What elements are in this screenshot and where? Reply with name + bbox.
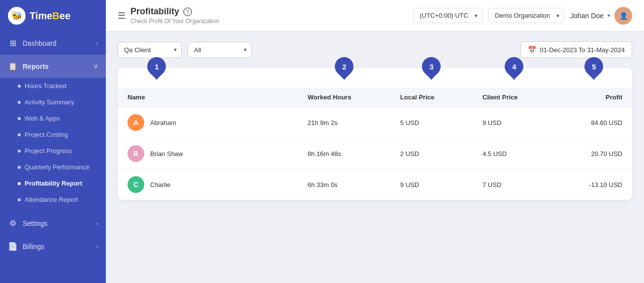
chevron-right-icon: ›: [96, 243, 98, 250]
member-avatar-brian-shaw: B: [128, 145, 144, 162]
sidebar-item-dashboard[interactable]: ⊞ Dashboard ›: [0, 31, 106, 55]
sidebar-navigation: ⊞ Dashboard › 📋 Reports ∨ Hours Tracked …: [0, 31, 106, 283]
dot-icon: [18, 117, 21, 120]
main-content: ☰ Profitability ? Check Profit Of Your O…: [106, 0, 644, 283]
logo[interactable]: 🐝 TimeBee: [0, 0, 106, 31]
org-dropdown-wrapper: Demo Organization: [488, 8, 564, 23]
sidebar-item-billings[interactable]: 📄 Billings ›: [0, 235, 106, 258]
client-filter[interactable]: Qa Client: [118, 42, 182, 58]
sidebar-item-web-apps[interactable]: Web & Apps: [0, 110, 106, 126]
sub-label-activity-summary: Activity Summary: [25, 98, 74, 106]
timezone-dropdown[interactable]: (UTC+0:00) UTC: [413, 8, 483, 23]
col-header-profit: Profit: [555, 88, 632, 107]
topbar: ☰ Profitability ? Check Profit Of Your O…: [106, 0, 644, 31]
type-filter[interactable]: All: [188, 42, 252, 58]
logo-text: TimeBee: [30, 10, 70, 22]
cell-name-charlie: C Charlie: [118, 169, 298, 200]
help-icon[interactable]: ?: [183, 7, 192, 16]
cell-local-price-abraham: 5 USD: [390, 107, 473, 138]
step-4-num: 4: [512, 63, 515, 71]
sidebar-item-project-costing[interactable]: Project Costing: [0, 126, 106, 143]
dot-icon: [18, 101, 21, 104]
step-4: 4: [505, 57, 523, 80]
sub-label-project-costing: Project Costing: [25, 131, 68, 138]
sidebar-label-reports: Reports: [23, 63, 49, 70]
cell-local-price-brian-shaw: 2 USD: [390, 138, 473, 169]
sidebar-label-billings: Billings: [23, 243, 44, 251]
content-area: Qa Client All 📅 01-Dec-2023 To 31-May-20…: [106, 31, 644, 283]
page-title-block: Profitability ? Check Profit Of Your Org…: [130, 6, 219, 25]
page-title: Profitability ?: [130, 6, 219, 17]
billings-icon: 📄: [8, 242, 18, 251]
date-range-picker[interactable]: 📅 01-Dec-2023 To 31-May-2024: [520, 41, 632, 58]
step-2: 2: [335, 57, 354, 80]
chevron-down-icon: ∨: [94, 63, 98, 70]
sidebar-label-settings: Settings: [23, 220, 48, 227]
user-name: Johan Doe: [570, 12, 604, 20]
cell-client-price-brian-shaw: 4.5 USD: [473, 138, 555, 169]
dot-icon: [18, 85, 21, 88]
step-5-num: 5: [591, 63, 595, 71]
col-header-local-price: Local Price: [390, 88, 473, 107]
sub-label-project-progress: Project Progress: [25, 147, 72, 155]
calendar-icon: 📅: [528, 46, 536, 54]
col-header-name: Name: [118, 88, 298, 107]
col-header-worked-hours: Worked Hours: [298, 88, 390, 107]
cell-local-price-charlie: 9 USD: [390, 169, 473, 200]
chevron-right-icon: ›: [96, 220, 98, 227]
topbar-left: ☰ Profitability ? Check Profit Of Your O…: [118, 6, 219, 25]
sidebar-label-dashboard: Dashboard: [23, 39, 57, 47]
sidebar-item-profitability-report[interactable]: Profitability Report: [0, 175, 106, 191]
sub-label-attendance-report: Attendance Report: [25, 196, 78, 203]
avatar: 👤: [614, 7, 632, 25]
topbar-right: (UTC+0:00) UTC Demo Organization Johan D…: [413, 7, 632, 25]
page-title-text: Profitability: [130, 6, 179, 17]
sidebar-item-reports[interactable]: 📋 Reports ∨: [0, 55, 106, 78]
table-row: C Charlie 6h 33m 0s 9 USD 7 USD -13.10 U…: [118, 169, 632, 200]
cell-client-price-charlie: 7 USD: [473, 169, 555, 200]
step-3-num: 3: [429, 63, 433, 71]
cell-worked-charlie: 6h 33m 0s: [298, 169, 390, 200]
step-3: 3: [422, 57, 441, 80]
member-avatar-abraham: A: [128, 114, 144, 131]
settings-icon: ⚙: [8, 219, 18, 228]
cell-name-abraham: A Abraham: [118, 107, 298, 138]
filter-left: Qa Client All: [118, 42, 252, 58]
dot-icon: [18, 150, 21, 153]
sidebar-item-attendance-report[interactable]: Attendance Report: [0, 191, 106, 208]
cell-client-price-abraham: 9 USD: [473, 107, 555, 138]
client-filter-wrapper: Qa Client: [118, 42, 182, 58]
sidebar-item-settings[interactable]: ⚙ Settings ›: [0, 212, 106, 235]
sub-label-hours-tracked: Hours Tracked: [25, 82, 66, 90]
member-name-abraham: Abraham: [150, 119, 176, 126]
cell-profit-charlie: -13.10 USD: [555, 169, 632, 200]
table-row: A Abraham 21h 9m 2s 5 USD 9 USD 84.60 US…: [118, 107, 632, 138]
sidebar-item-activity-summary[interactable]: Activity Summary: [0, 94, 106, 110]
step-1-num: 1: [155, 63, 159, 71]
table-card: 1 2: [118, 68, 632, 200]
step-2-num: 2: [342, 63, 346, 71]
sidebar-item-quarterly-performance[interactable]: Quarterly Performance: [0, 159, 106, 175]
step-5: 5: [584, 57, 603, 80]
dot-active-icon: [18, 182, 21, 185]
page-subtitle: Check Profit Of Your Organization: [130, 18, 219, 25]
org-dropdown[interactable]: Demo Organization: [488, 8, 564, 23]
sidebar-item-hours-tracked[interactable]: Hours Tracked: [0, 78, 106, 94]
cell-profit-brian-shaw: 20.70 USD: [555, 138, 632, 169]
sidebar: 🐝 TimeBee ⊞ Dashboard › 📋 Reports ∨ Hour…: [0, 0, 106, 283]
user-chevron-icon: ▾: [608, 12, 611, 19]
dashboard-icon: ⊞: [8, 38, 18, 48]
dot-icon: [18, 166, 21, 169]
cell-worked-abraham: 21h 9m 2s: [298, 107, 390, 138]
member-name-charlie: Charlie: [150, 181, 170, 189]
hamburger-icon[interactable]: ☰: [118, 10, 126, 21]
logo-icon: 🐝: [8, 7, 26, 25]
user-section[interactable]: Johan Doe ▾ 👤: [570, 7, 632, 25]
timezone-dropdown-wrapper: (UTC+0:00) UTC: [413, 8, 483, 23]
cell-name-brian-shaw: B Brian Shaw: [118, 138, 298, 169]
dot-icon: [18, 198, 21, 201]
sidebar-item-project-progress[interactable]: Project Progress: [0, 143, 106, 159]
reports-icon: 📋: [8, 62, 18, 71]
member-avatar-charlie: C: [128, 176, 144, 193]
table-row: B Brian Shaw 8h 16m 48s 2 USD 4.5 USD 20…: [118, 138, 632, 169]
